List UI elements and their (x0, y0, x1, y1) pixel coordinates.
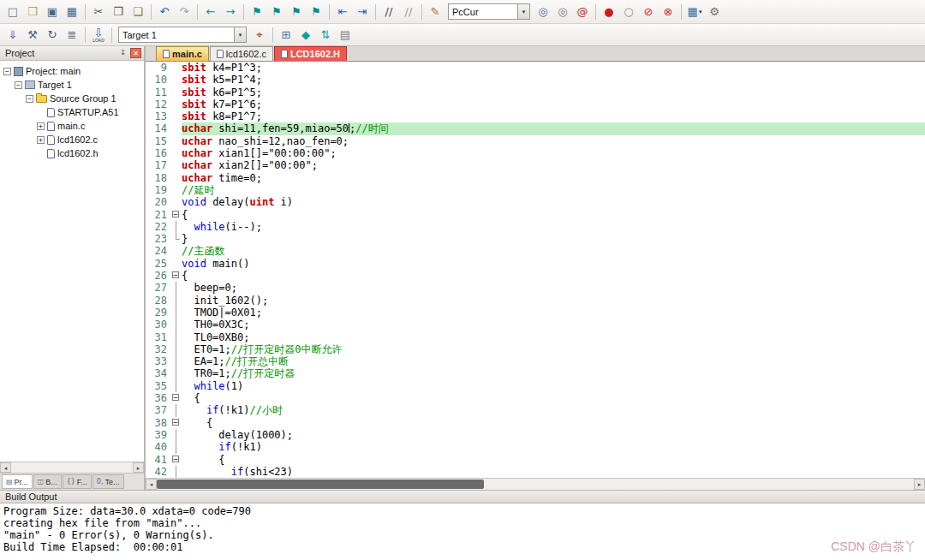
tree-item[interactable]: +main.c (0, 119, 144, 133)
code-text[interactable]: sbit k8=P1^7; (182, 110, 925, 122)
batch-build-button[interactable]: ≣ (63, 26, 81, 44)
editor-scroll-right-button[interactable]: ▸ (914, 479, 925, 490)
project-scroll-left-button[interactable]: ◂ (0, 462, 11, 473)
editor-scrollbar[interactable]: ◂ ▸ (146, 478, 925, 490)
code-text[interactable]: { (182, 454, 925, 466)
new-file-button[interactable]: □ (3, 3, 22, 21)
project-scroll-track[interactable] (11, 462, 133, 473)
breakpoint-insert-button[interactable]: ● (600, 3, 618, 21)
code-text[interactable]: TR0=1;//打开定时器 (182, 367, 925, 379)
tree-item[interactable]: −Project: main (0, 64, 144, 78)
panel-tab-te[interactable]: 0,Te... (92, 474, 124, 489)
navigate-forward-button[interactable]: → (221, 3, 240, 21)
undo-button[interactable]: ↶ (155, 3, 174, 21)
fold-collapse-icon[interactable]: − (172, 271, 179, 278)
build-output-header[interactable]: Build Output (0, 490, 925, 503)
code-text[interactable]: TH0=0X3C; (182, 319, 925, 331)
code-text[interactable]: uchar xian1[]="00:00:00"; (182, 147, 925, 159)
tab-lcd1602.c[interactable]: lcd1602.c (210, 46, 273, 61)
target-select[interactable]: Target 1▾ (118, 27, 247, 43)
code-text[interactable]: //延时 (182, 184, 925, 196)
code-text[interactable]: uchar xian2[]="00:00"; (182, 159, 925, 171)
tree-item[interactable]: lcd1602.h (0, 146, 144, 160)
select-packs-button[interactable]: ⇅ (316, 26, 335, 44)
cut-button[interactable]: ✂ (89, 3, 108, 21)
options-for-target-button[interactable]: ⌖ (250, 26, 269, 44)
collapse-icon[interactable]: − (15, 81, 22, 89)
panel-tab-f[interactable]: {}F... (63, 474, 92, 489)
code-text[interactable]: if(shi<23) (182, 466, 925, 478)
panel-tab-pr[interactable]: ▤Pr... (2, 474, 33, 489)
code-text[interactable]: TL0=0XB0; (182, 331, 925, 343)
translate-button[interactable]: ⇓ (3, 26, 22, 44)
code-text[interactable]: init_1602(); (182, 295, 925, 307)
project-panel-header[interactable]: Project ↧ ✕ (0, 46, 144, 61)
code-text[interactable]: sbit k7=P1^6; (182, 98, 925, 110)
fold-margin[interactable]: − (171, 270, 182, 282)
code-text[interactable]: sbit k4=P1^3; (182, 62, 925, 74)
code-text[interactable]: delay(1000); (182, 429, 925, 441)
manage-project-items-button[interactable]: ⊞ (277, 26, 295, 44)
code-text[interactable]: EA=1;//打开总中断 (182, 355, 925, 367)
bookmark-toggle-button[interactable]: ⚑ (248, 3, 266, 21)
code-text[interactable]: void main() (182, 258, 925, 270)
indent-button[interactable]: ⇥ (353, 3, 372, 21)
fold-collapse-icon[interactable]: − (172, 419, 179, 426)
fold-margin[interactable]: − (171, 454, 182, 466)
expand-icon[interactable]: + (37, 136, 45, 144)
editor-scrollbar-thumb[interactable] (157, 480, 484, 489)
code-area[interactable]: 9sbit k4=P1^3;10sbit k5=P1^4;11sbit k6=P… (146, 62, 925, 478)
project-scrollbar[interactable]: ◂ ▸ (0, 462, 144, 473)
code-text[interactable]: if(!k1)//小时 (182, 404, 925, 416)
code-text[interactable]: //主函数 (182, 245, 925, 257)
code-text[interactable]: } (182, 233, 925, 245)
fold-collapse-icon[interactable]: − (172, 211, 179, 217)
rebuild-button[interactable]: ↻ (43, 26, 62, 44)
code-text[interactable]: if(!k1) (182, 441, 925, 453)
tree-item[interactable]: −Source Group 1 (0, 92, 144, 105)
code-text[interactable]: { (182, 417, 925, 429)
find-in-files-button[interactable]: ◎ (534, 3, 552, 21)
tree-item[interactable]: STARTUP.A51 (0, 105, 144, 119)
debug-windows-button[interactable]: ▦▾ (685, 3, 704, 21)
breakpoint-disable-all-button[interactable]: ⊘ (639, 3, 658, 21)
code-text[interactable]: void delay(uint i) (182, 196, 925, 208)
breakpoint-kill-all-button[interactable]: ⊗ (659, 3, 677, 21)
code-text[interactable]: TMOD|=0X01; (182, 307, 925, 319)
fold-margin[interactable]: − (171, 417, 182, 429)
download-button[interactable]: ⇩LOAD (89, 26, 108, 44)
find-button[interactable]: ◎ (553, 3, 572, 21)
pin-icon[interactable]: ↧ (117, 48, 128, 58)
redo-button[interactable]: ↷ (175, 3, 194, 21)
code-text[interactable]: { (182, 209, 925, 221)
save-all-button[interactable]: ▦ (63, 3, 81, 21)
panel-tab-b[interactable]: ◫B... (33, 474, 62, 489)
open-file-button[interactable]: ❒ (23, 3, 42, 21)
bookmark-clear-all-button[interactable]: ⚑ (307, 3, 325, 21)
grep-button[interactable]: @ (573, 3, 592, 21)
fold-collapse-icon[interactable]: − (172, 456, 179, 462)
code-text[interactable]: uchar shi=11,fen=59,miao=50;//时间 (182, 122, 925, 134)
save-button[interactable]: ▣ (43, 3, 62, 21)
find-item-button[interactable]: ✎ (426, 3, 445, 21)
copy-button[interactable]: ❐ (109, 3, 128, 21)
code-text[interactable]: sbit k5=P1^4; (182, 74, 925, 86)
bookmark-previous-button[interactable]: ⚑ (267, 3, 286, 21)
code-text[interactable]: { (182, 270, 925, 282)
code-text[interactable]: while(i--); (182, 221, 925, 233)
chevron-down-icon[interactable]: ▾ (517, 4, 529, 19)
fold-collapse-icon[interactable]: − (172, 394, 179, 401)
code-text[interactable]: sbit k6=P1^5; (182, 86, 925, 98)
collapse-icon[interactable]: − (3, 68, 11, 75)
fold-margin[interactable]: − (171, 392, 182, 404)
chevron-down-icon[interactable]: ▾ (699, 9, 702, 15)
tree-item[interactable]: −Target 1 (0, 78, 144, 92)
collapse-icon[interactable]: − (26, 95, 33, 103)
code-text[interactable]: beep=0; (182, 282, 925, 294)
expand-icon[interactable]: + (37, 122, 45, 130)
editor-scroll-left-button[interactable]: ◂ (146, 479, 157, 490)
code-text[interactable]: uchar time=0; (182, 172, 925, 184)
pack-installer-button[interactable]: ▤ (336, 26, 355, 44)
code-text[interactable]: uchar nao_shi=12,nao_fen=0; (182, 135, 925, 147)
code-text[interactable]: while(1) (182, 380, 925, 392)
